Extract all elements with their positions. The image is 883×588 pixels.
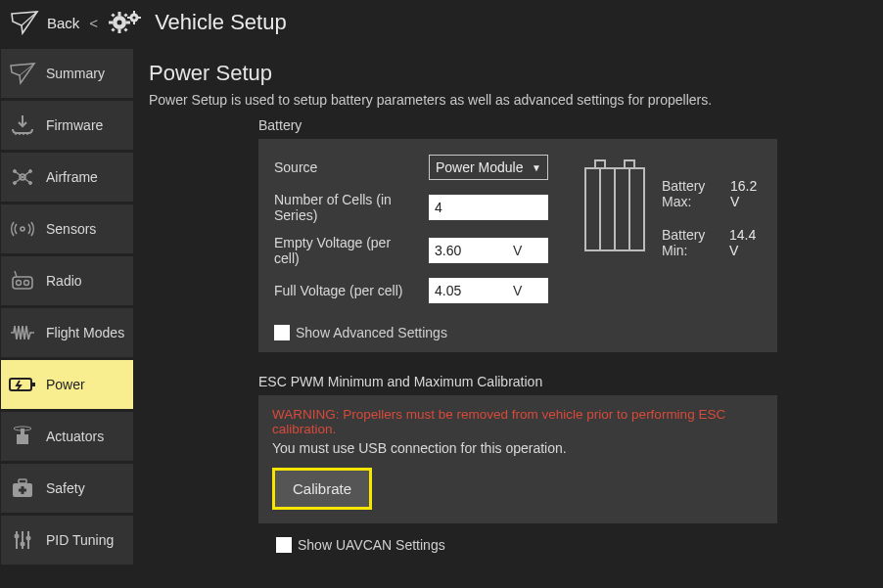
- sidebar-item-flightmodes[interactable]: Flight Modes: [1, 308, 133, 357]
- battery-section-label: Battery: [258, 117, 863, 133]
- sidebar-item-airframe[interactable]: Airframe: [1, 153, 133, 202]
- svg-rect-33: [32, 383, 35, 386]
- svg-point-11: [133, 16, 136, 19]
- battery-min-value: 14.4 V: [729, 227, 762, 258]
- full-voltage-field[interactable]: V: [429, 278, 548, 303]
- battery-max-label: Battery Max:: [662, 178, 722, 209]
- sidebar-item-actuators[interactable]: Actuators: [1, 412, 133, 461]
- empty-voltage-input[interactable]: [435, 243, 513, 258]
- svg-point-19: [26, 133, 28, 135]
- sidebar-item-label: PID Tuning: [46, 532, 114, 548]
- sidebar-item-safety[interactable]: Safety: [1, 464, 133, 513]
- esc-section-label: ESC PWM Minimum and Maximum Calibration: [258, 374, 863, 389]
- sidebar-item-summary[interactable]: Summary: [1, 49, 133, 98]
- svg-rect-6: [112, 13, 116, 17]
- svg-rect-12: [133, 11, 135, 14]
- svg-rect-5: [126, 22, 130, 24]
- svg-point-44: [15, 534, 20, 539]
- sidebar-item-label: Firmware: [46, 117, 103, 133]
- svg-rect-7: [124, 13, 128, 17]
- source-label: Source: [274, 159, 419, 175]
- svg-rect-2: [118, 12, 121, 16]
- sidebar-item-label: Summary: [46, 66, 105, 81]
- topbar: Back < Vehicle Setup: [0, 0, 883, 49]
- battery-graphic: [580, 158, 650, 254]
- svg-rect-15: [138, 17, 141, 19]
- svg-point-17: [19, 133, 21, 135]
- svg-rect-8: [112, 27, 116, 31]
- svg-rect-13: [133, 22, 135, 24]
- svg-line-31: [15, 271, 17, 277]
- gears-icon[interactable]: [108, 10, 143, 35]
- show-advanced-label: Show Advanced Settings: [296, 325, 447, 340]
- svg-rect-9: [124, 27, 128, 31]
- svg-point-18: [23, 133, 24, 135]
- sidebar-item-label: Airframe: [46, 169, 98, 185]
- svg-rect-32: [10, 379, 31, 390]
- sidebar-item-label: Flight Modes: [46, 325, 124, 340]
- page-description: Power Setup is used to setup battery par…: [149, 92, 863, 108]
- cells-label: Number of Cells (in Series): [274, 192, 419, 223]
- main-area: Summary Firmware Airframe Sensors Radio: [0, 49, 883, 588]
- svg-point-30: [24, 281, 29, 286]
- sidebar-item-label: Sensors: [46, 221, 96, 237]
- svg-rect-4: [109, 22, 113, 24]
- show-uavcan-label: Show UAVCAN Settings: [298, 537, 445, 553]
- sidebar-item-label: Radio: [46, 273, 82, 289]
- svg-rect-38: [19, 479, 26, 483]
- calibrate-button[interactable]: Calibrate: [272, 468, 372, 510]
- esc-warning: WARNING: Propellers must be removed from…: [272, 407, 764, 436]
- plane-icon: [7, 58, 38, 89]
- svg-point-16: [15, 133, 17, 135]
- plane-icon[interactable]: [10, 10, 39, 35]
- svg-point-29: [17, 281, 22, 286]
- battery-max-value: 16.2 V: [730, 178, 762, 209]
- svg-point-27: [21, 227, 24, 231]
- download-icon: [7, 110, 38, 141]
- sidebar-item-firmware[interactable]: Firmware: [1, 101, 133, 150]
- source-select[interactable]: Power Module ▼: [429, 155, 548, 180]
- battery-panel: Source Power Module ▼ Number of Cells (i…: [258, 139, 777, 352]
- motor-icon: [7, 421, 38, 452]
- sidebar-item-radio[interactable]: Radio: [1, 256, 133, 305]
- svg-rect-35: [21, 429, 24, 434]
- svg-point-45: [21, 542, 25, 547]
- show-advanced-checkbox[interactable]: [274, 325, 290, 340]
- sidebar-item-label: Actuators: [46, 429, 104, 444]
- esc-info: You must use USB connection for this ope…: [272, 440, 764, 456]
- radio-icon: [7, 265, 38, 296]
- svg-rect-48: [625, 160, 634, 168]
- battery-min-label: Battery Min:: [662, 227, 721, 258]
- sidebar-item-sensors[interactable]: Sensors: [1, 204, 133, 253]
- show-uavcan-checkbox[interactable]: [276, 537, 292, 553]
- full-voltage-input[interactable]: [435, 283, 513, 298]
- svg-rect-3: [118, 29, 121, 33]
- svg-rect-40: [19, 489, 26, 492]
- back-button[interactable]: Back: [47, 15, 79, 31]
- cells-input[interactable]: [429, 195, 548, 220]
- sidebar-item-pidtuning[interactable]: PID Tuning: [1, 516, 133, 565]
- sensors-icon: [7, 213, 38, 245]
- page-title: Power Setup: [149, 61, 863, 86]
- svg-rect-47: [595, 160, 605, 168]
- sidebar-item-label: Power: [46, 377, 85, 392]
- airframe-icon: [7, 161, 38, 193]
- sidebar-item-power[interactable]: Power: [1, 360, 133, 409]
- svg-point-46: [26, 536, 31, 541]
- full-voltage-label: Full Voltage (per cell): [274, 283, 419, 298]
- source-value: Power Module: [436, 159, 524, 175]
- chevron-down-icon: ▼: [532, 162, 541, 173]
- wave-icon: [7, 317, 38, 348]
- volt-unit: V: [513, 283, 522, 298]
- sidebar: Summary Firmware Airframe Sensors Radio: [0, 49, 135, 588]
- back-chevron: <: [89, 15, 98, 31]
- content-area: Power Setup Power Setup is used to setup…: [135, 49, 883, 588]
- sliders-icon: [7, 524, 38, 556]
- svg-point-1: [117, 21, 122, 25]
- page-header-title: Vehicle Setup: [155, 10, 287, 35]
- empty-voltage-field[interactable]: V: [429, 238, 548, 263]
- svg-rect-34: [17, 434, 28, 444]
- esc-panel: WARNING: Propellers must be removed from…: [258, 395, 777, 523]
- empty-voltage-label: Empty Voltage (per cell): [274, 235, 419, 266]
- battery-icon: [7, 369, 38, 400]
